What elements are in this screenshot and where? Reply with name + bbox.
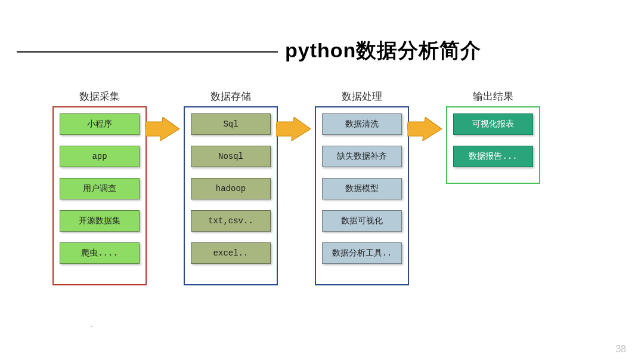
page-number: 38 [615, 344, 626, 355]
column-label: 输出结果 [447, 90, 539, 103]
column-data-storage: 数据存储 Sql Nosql hadoop txt,csv.. excel.. [184, 106, 278, 285]
column-label: 数据处理 [316, 90, 408, 103]
arrow-icon [407, 117, 449, 141]
cell: 数据模型 [322, 178, 402, 199]
arrow-icon [145, 117, 187, 141]
column-label: 数据存储 [185, 90, 277, 103]
column-label: 数据采集 [54, 90, 145, 103]
cell: 可视化报表 [453, 113, 533, 135]
column-data-collection: 数据采集 小程序 app 用户调查 开源数据集 爬虫.... [52, 106, 147, 285]
cell: 开源数据集 [60, 210, 140, 232]
slide-title: python数据分析简介 [285, 37, 481, 64]
cell: 小程序 [60, 113, 140, 135]
footnote-mark: - [89, 322, 94, 330]
cell: app [60, 146, 140, 167]
slide: python数据分析简介 数据采集 小程序 app 用户调查 开源数据集 爬虫.… [0, 0, 644, 363]
cell: 数据可视化 [322, 210, 402, 232]
cell: Nosql [191, 146, 271, 167]
cell: 数据清洗 [322, 113, 402, 135]
cell: 数据报告... [453, 146, 533, 167]
cell: 爬虫.... [60, 242, 140, 264]
cell: 用户调查 [60, 178, 140, 199]
title-rule [17, 51, 278, 53]
cell: 缺失数据补齐 [322, 146, 402, 167]
pipeline-diagram: 数据采集 小程序 app 用户调查 开源数据集 爬虫.... 数据存储 Sql … [52, 88, 601, 315]
cell: txt,csv.. [191, 210, 271, 232]
cell: excel.. [191, 242, 271, 264]
column-data-processing: 数据处理 数据清洗 缺失数据补齐 数据模型 数据可视化 数据分析工具.. [315, 106, 409, 285]
cell: Sql [191, 113, 271, 135]
cell: hadoop [191, 178, 271, 199]
column-output: 输出结果 可视化报表 数据报告... [446, 106, 540, 184]
cell: 数据分析工具.. [322, 242, 402, 264]
arrow-icon [276, 117, 318, 141]
